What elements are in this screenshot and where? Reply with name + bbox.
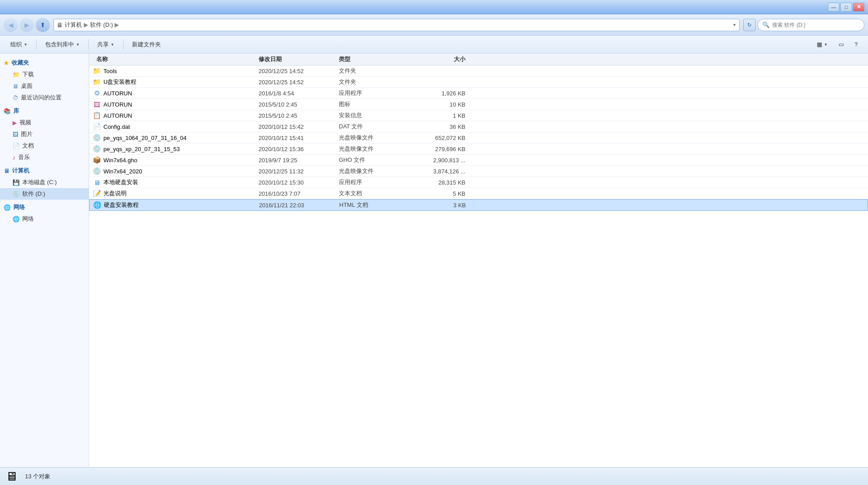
address-dropdown-arrow[interactable]: ▼ — [732, 23, 736, 27]
sidebar-item-d-drive[interactable]: 💿 软件 (D:) — [0, 188, 89, 200]
file-date: 2020/12/25 11:32 — [259, 168, 339, 175]
view-arrow: ▼ — [824, 42, 828, 47]
sidebar-section-computer: 🖥 计算机 💾 本地磁盘 (C:) 💿 软件 (D:) — [0, 165, 89, 200]
search-input[interactable] — [772, 22, 860, 28]
favorites-header[interactable]: ★ 收藏夹 — [0, 57, 89, 69]
table-row[interactable]: 📄 Config.dat 2020/10/12 15:42 DAT 文件 36 … — [89, 121, 868, 132]
file-size: 3 KB — [411, 202, 473, 209]
sidebar-item-c-drive[interactable]: 💾 本地磁盘 (C:) — [0, 177, 89, 188]
folder-icon: 📁 — [12, 71, 20, 78]
file-size: 652,072 KB — [410, 135, 473, 141]
sidebar-item-music[interactable]: ♪ 音乐 — [0, 152, 89, 163]
file-date: 2016/1/8 4:54 — [259, 90, 339, 97]
help-label: ? — [855, 41, 858, 48]
file-type: 文件夹 — [339, 78, 410, 86]
file-size: 5 KB — [410, 190, 473, 197]
favorites-label: 收藏夹 — [12, 59, 29, 67]
include-button[interactable]: 包含到库中 ▼ — [40, 38, 85, 51]
documents-label: 文档 — [22, 142, 34, 150]
sidebar-item-network[interactable]: 🌐 网络 — [0, 213, 89, 225]
file-name-cell: 💿 Win7x64_2020 — [89, 167, 259, 175]
computer-icon: 🖥 — [57, 21, 63, 29]
file-type: 光盘映像文件 — [339, 145, 410, 153]
table-row[interactable]: 🖥 本地硬盘安装 2020/10/12 15:30 应用程序 28,315 KB — [89, 177, 868, 188]
search-icon: 🔍 — [762, 21, 769, 28]
file-name: AUTORUN — [103, 112, 132, 119]
up-button[interactable]: ⬆ — [36, 18, 50, 32]
refresh-button[interactable]: ↻ — [743, 19, 756, 31]
sidebar-item-recent[interactable]: ⏱ 最近访问的位置 — [0, 92, 89, 103]
organize-button[interactable]: 组织 ▼ — [5, 38, 33, 51]
file-name-cell: ⚙ AUTORUN — [89, 89, 259, 97]
recent-icon: ⏱ — [12, 95, 18, 101]
file-type-icon: 📁 — [93, 67, 101, 75]
file-type: 文件夹 — [339, 67, 410, 75]
documents-icon: 📄 — [12, 143, 20, 149]
close-button[interactable]: ✕ — [853, 3, 864, 12]
column-date[interactable]: 修改日期 — [259, 55, 339, 63]
file-name: AUTORUN — [103, 90, 132, 97]
table-row[interactable]: 💿 pe_yqs_1064_20_07_31_16_04 2020/10/12 … — [89, 132, 868, 144]
organize-arrow: ▼ — [24, 42, 28, 47]
address-bar[interactable]: 🖥 计算机 ▶ 软件 (D:) ▶ ▼ — [53, 19, 740, 31]
file-date: 2020/10/12 15:42 — [259, 123, 339, 130]
column-type[interactable]: 类型 — [339, 55, 410, 63]
sidebar-section-network: 🌐 网络 🌐 网络 — [0, 201, 89, 225]
sidebar: ★ 收藏夹 📁 下载 🖥 桌面 ⏱ 最近访问的位置 📚 库 ▶ — [0, 53, 89, 467]
view-toggle-button[interactable]: ▦ ▼ — [812, 38, 833, 51]
breadcrumb-sep-1: ▶ — [84, 21, 88, 28]
maximize-button[interactable]: □ — [840, 3, 852, 12]
file-size: 28,315 KB — [410, 179, 473, 186]
file-name-cell: 📄 Config.dat — [89, 123, 259, 131]
table-row[interactable]: 📋 AUTORUN 2015/5/10 2:45 安装信息 1 KB — [89, 110, 868, 121]
sidebar-item-desktop[interactable]: 🖥 桌面 — [0, 80, 89, 92]
share-button[interactable]: 共享 ▼ — [92, 38, 119, 51]
network-side-icon: 🌐 — [4, 204, 11, 211]
breadcrumb-drive[interactable]: 软件 (D:) — [90, 21, 113, 29]
window-controls: — □ ✕ — [828, 3, 864, 12]
table-row[interactable]: 📁 U盘安装教程 2020/12/25 14:52 文件夹 — [89, 77, 868, 88]
sidebar-item-pictures[interactable]: 🖼 图片 — [0, 128, 89, 140]
file-type-icon: ⚙ — [93, 89, 101, 97]
help-button[interactable]: ? — [850, 38, 863, 51]
file-size: 3,874,126 ... — [410, 168, 473, 175]
network-label: 网络 — [13, 203, 25, 211]
sidebar-section-library: 📚 库 ▶ 视频 🖼 图片 📄 文档 ♪ 音乐 — [0, 105, 89, 163]
back-button[interactable]: ◀ — [4, 18, 18, 32]
organize-label: 组织 — [10, 41, 22, 49]
table-row[interactable]: 💿 pe_yqs_xp_20_07_31_15_53 2020/10/12 15… — [89, 144, 868, 155]
table-row[interactable]: ⚙ AUTORUN 2016/1/8 4:54 应用程序 1,926 KB — [89, 88, 868, 99]
search-bar[interactable]: 🔍 — [757, 19, 864, 31]
table-row[interactable]: 📝 光盘说明 2016/10/23 7:07 文本文档 5 KB — [89, 188, 868, 199]
sidebar-item-video[interactable]: ▶ 视频 — [0, 117, 89, 128]
sidebar-item-documents[interactable]: 📄 文档 — [0, 140, 89, 152]
preview-button[interactable]: ▭ — [834, 38, 849, 51]
computer-header[interactable]: 🖥 计算机 — [0, 165, 89, 177]
table-row[interactable]: 📁 Tools 2020/12/25 14:52 文件夹 — [89, 66, 868, 77]
table-row[interactable]: 📦 Win7x64.gho 2019/9/7 19:25 GHO 文件 2,90… — [89, 155, 868, 166]
new-folder-button[interactable]: 新建文件夹 — [127, 38, 166, 51]
preview-icon: ▭ — [839, 41, 844, 48]
column-size[interactable]: 大小 — [410, 55, 473, 63]
breadcrumb-computer[interactable]: 计算机 — [65, 21, 82, 29]
forward-button[interactable]: ▶ — [20, 18, 34, 32]
file-date: 2019/9/7 19:25 — [259, 157, 339, 164]
main-layout: ★ 收藏夹 📁 下载 🖥 桌面 ⏱ 最近访问的位置 📚 库 ▶ — [0, 53, 868, 467]
c-drive-label: 本地磁盘 (C:) — [22, 178, 57, 186]
breadcrumb-sep-2: ▶ — [115, 21, 119, 28]
file-name: U盘安装教程 — [103, 78, 136, 86]
network-header[interactable]: 🌐 网络 — [0, 201, 89, 213]
table-row[interactable]: 💿 Win7x64_2020 2020/12/25 11:32 光盘映像文件 3… — [89, 166, 868, 177]
column-name[interactable]: 名称 — [89, 55, 259, 63]
status-app-icon: 🖥 — [5, 469, 18, 484]
d-drive-icon: 💿 — [12, 191, 20, 197]
video-icon: ▶ — [12, 119, 17, 126]
library-header[interactable]: 📚 库 — [0, 105, 89, 117]
file-type: 应用程序 — [339, 178, 410, 186]
sidebar-item-downloads[interactable]: 📁 下载 — [0, 69, 89, 80]
c-drive-icon: 💾 — [12, 179, 20, 186]
minimize-button[interactable]: — — [828, 3, 839, 12]
table-row[interactable]: 🌐 硬盘安装教程 2016/11/21 22:03 HTML 文档 3 KB — [89, 199, 868, 211]
file-type: 光盘映像文件 — [339, 134, 410, 142]
table-row[interactable]: 🖼 AUTORUN 2015/5/10 2:45 图标 10 KB — [89, 99, 868, 110]
